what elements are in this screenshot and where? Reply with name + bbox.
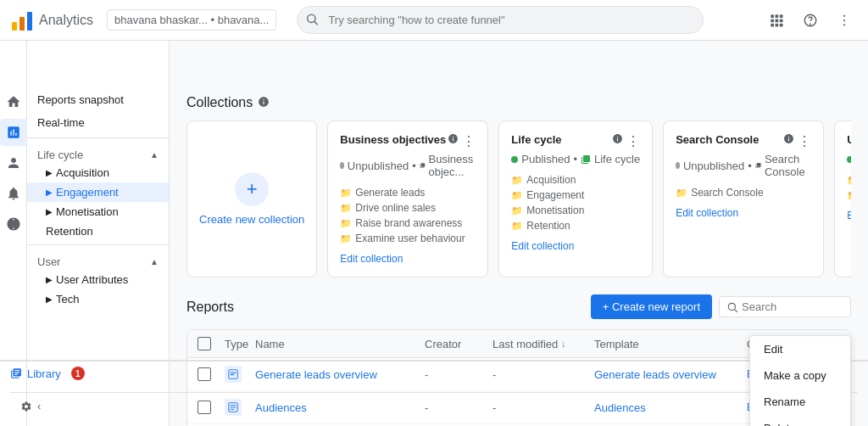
col-template: Template [594,338,747,350]
business-status-text: Unpublished [348,160,409,172]
business-card-info-icon[interactable] [448,133,459,149]
create-collection-card[interactable]: + Create new collection [186,121,317,277]
nav-explore-icon[interactable] [0,210,27,238]
sidebar-item-acquisition[interactable]: ▶ Acquisition [27,163,169,182]
context-menu-copy[interactable]: Make a copy [750,362,850,389]
svg-point-18 [843,24,845,25]
topbar: Analytics bhavana bhaskar... • bhavana..… [0,0,868,41]
col-name[interactable]: Name [255,338,425,350]
search-reports-icon [726,301,738,313]
business-card-title: Business objectives [340,133,446,146]
user-section-label: User [37,255,60,268]
business-edit-link[interactable]: Edit collection [340,253,476,265]
select-all-checkbox[interactable] [198,337,211,350]
app-title: Analytics [39,13,93,28]
lifecycle-subtitle: Life cycle [594,153,640,165]
lifecycle-status-text: Published [521,153,570,165]
search-card-menu-icon[interactable]: ⋮ [798,133,811,149]
nav-reports-icon[interactable] [0,119,27,146]
lifecycle-card-title: Life cycle [511,133,561,146]
collections-info-icon[interactable] [258,96,270,110]
svg-rect-11 [771,23,774,26]
help-button[interactable] [797,7,824,34]
lifecycle-item-1: Acquisition [511,172,640,188]
topbar-actions [763,7,858,34]
user-items-list: User Attributes Tech [847,172,851,203]
more-button[interactable] [831,7,858,34]
lifecycle-collection-icon [581,154,591,165]
create-report-button[interactable]: + Create new report [591,294,712,319]
user-item-2: Tech [847,188,851,203]
search-input[interactable] [297,6,704,34]
sidebar-item-realtime[interactable]: Real-time [27,111,169,134]
business-subtitle: Business objec... [429,153,476,178]
search-status-text: Unpublished [683,160,744,172]
sidebar-item-library[interactable]: Library 1 [27,361,170,385]
lifecycle-item-2: Engagement [511,188,640,203]
svg-rect-6 [776,14,779,18]
sidebar-item-tech[interactable]: ▶ Tech [27,289,169,309]
svg-rect-5 [771,14,774,18]
collections-header: Collections [186,95,851,110]
user-section[interactable]: User ▲ [27,249,169,270]
collections-row: + Create new collection Business objecti… [186,121,851,281]
reports-snapshot-label: Reports snapshot [37,93,124,106]
svg-point-15 [810,24,811,25]
analytics-logo-icon [10,8,34,32]
lifecycle-edit-link[interactable]: Edit collection [511,240,640,252]
business-card-menu-icon[interactable]: ⋮ [462,133,476,149]
search-info-icon[interactable] [783,133,794,149]
business-item-2: Drive online sales [340,200,476,216]
svg-rect-10 [780,19,783,22]
account-selector[interactable]: bhavana bhaskar... • bhavana... [107,9,276,31]
search-edit-link[interactable]: Edit collection [676,207,811,219]
context-menu-delete[interactable]: Delete [750,415,850,426]
lifecycle-card-menu-icon[interactable]: ⋮ [626,133,640,149]
business-item-4: Examine user behaviour [340,231,476,246]
sidebar-item-engagement[interactable]: ▶ Engagement [27,182,169,202]
sidebar-item-reports-snapshot[interactable]: Reports snapshot [27,88,169,111]
user-edit-link[interactable]: Edit collection [847,210,851,221]
collapse-sidebar-button[interactable]: ‹ [27,392,170,419]
sidebar-item-monetisation[interactable]: ▶ Monetisation [27,202,169,221]
waffle-button[interactable] [763,7,790,34]
col-modified[interactable]: Last modified ↓ [492,338,594,350]
business-item-3: Raise brand awareness [340,216,476,231]
collection-card-search: Search Console ⋮ Unpublished • [663,121,824,277]
retention-label: Retention [46,225,93,238]
context-menu-edit[interactable]: Edit [750,336,850,362]
account-label: bhavana bhaskar... • bhavana... [114,14,269,26]
lifecycle-item-4: Retention [511,218,640,233]
svg-rect-8 [771,19,774,22]
nav-user-icon[interactable] [0,149,27,177]
search-reports-input[interactable] [742,300,843,313]
nav-home-icon[interactable] [0,88,27,115]
search-bar [297,6,704,34]
reports-toolbar: + Create new report [591,294,851,319]
lifecycle-chevron-up-icon: ▲ [150,150,159,160]
sidebar-item-user-attributes[interactable]: ▶ User Attributes [27,270,169,289]
lifecycle-label: Life cycle [37,149,83,161]
search-collection-icon [755,160,761,171]
engagement-arrow-icon: ▶ [46,188,53,197]
lifecycle-info-icon[interactable] [612,133,623,149]
search-reports-input-wrap [719,296,851,317]
nav-alert-icon[interactable] [0,180,27,207]
svg-rect-7 [780,14,783,18]
svg-rect-13 [780,23,783,26]
tech-arrow-icon: ▶ [46,294,53,304]
svg-point-3 [308,14,315,22]
user-card-title: User [847,133,851,146]
svg-rect-2 [27,12,32,31]
lifecycle-item-3: Monetisation [511,203,640,218]
business-collection-icon [420,160,426,171]
collection-card-business: Business objectives ⋮ Unpublished • [327,121,488,277]
sidebar: Reports snapshot Real-time Life cycle ▲ … [27,41,170,426]
context-menu-rename[interactable]: Rename [750,389,850,415]
svg-point-17 [843,19,845,20]
create-report-label: + Create new report [603,300,700,313]
col-type: Type [225,338,255,350]
library-label: Library [27,367,61,380]
sidebar-item-retention[interactable]: Retention [27,221,169,241]
lifecycle-section[interactable]: Life cycle ▲ [27,142,169,163]
